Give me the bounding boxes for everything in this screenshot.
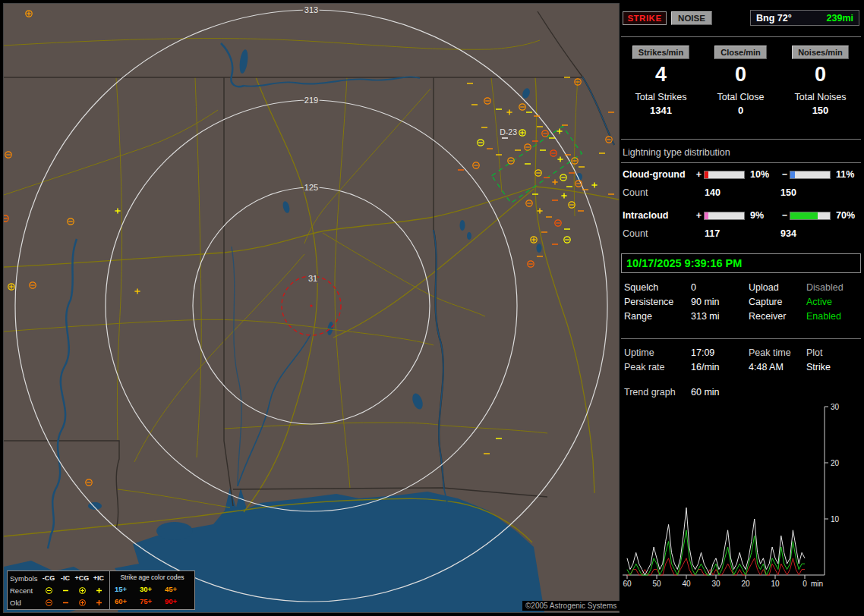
legend-age-codes: Strike age color codes 15+ 30+ 45+ 60+ 7… bbox=[109, 571, 194, 609]
ring-label-31: 31 bbox=[308, 274, 317, 283]
uptime-label: Uptime bbox=[624, 347, 691, 358]
age-code-60: 60+ bbox=[115, 597, 140, 605]
noises-per-min-chip: Noises/min bbox=[792, 46, 849, 59]
minus-sign: − bbox=[780, 169, 790, 180]
upload-label: Upload bbox=[749, 282, 806, 293]
svg-text:min: min bbox=[811, 580, 823, 588]
strikes-per-min-value: 4 bbox=[655, 63, 667, 86]
count-label: Count bbox=[623, 228, 694, 239]
peak-time-label: Peak time bbox=[749, 347, 806, 358]
legend-col-pos-ic: +IC bbox=[90, 574, 107, 582]
cg-positive-pct: 10% bbox=[746, 169, 780, 180]
persistence-value: 90 min bbox=[691, 297, 749, 307]
ic-positive-count: 117 bbox=[694, 228, 770, 239]
intracloud-label: Intracloud bbox=[623, 210, 694, 221]
ring-label-219: 219 bbox=[304, 96, 318, 105]
legend-col-neg-ic: -IC bbox=[57, 574, 74, 582]
range-value: 313 mi bbox=[691, 311, 749, 322]
bearing-readout: Bng 72° bbox=[756, 13, 792, 24]
legend-symbols-title: Symbols bbox=[10, 574, 40, 583]
count-label: Count bbox=[623, 187, 694, 198]
total-noises-value: 150 bbox=[812, 105, 829, 116]
svg-text:20: 20 bbox=[741, 580, 750, 588]
capture-label: Capture bbox=[749, 297, 806, 307]
cg-negative-pct: 11% bbox=[832, 169, 862, 180]
svg-text:50: 50 bbox=[652, 580, 661, 588]
distribution-title: Lightning type distribution bbox=[623, 147, 730, 158]
storm-cell-label: D-23 bbox=[500, 127, 517, 137]
cg-positive-bar bbox=[704, 171, 745, 179]
receiver-label: Receiver bbox=[749, 311, 806, 322]
datetime-display: 10/17/2025 9:39:16 PM bbox=[621, 253, 861, 273]
cg-negative-bar bbox=[790, 171, 831, 179]
age-code-90: 90+ bbox=[165, 597, 190, 605]
cloud-ground-count-row: Count 140 150 bbox=[623, 187, 859, 199]
close-per-min-value: 0 bbox=[735, 63, 746, 86]
plot-value: Strike bbox=[806, 362, 859, 372]
capture-value: Active bbox=[806, 297, 859, 307]
range-label: Range bbox=[624, 311, 691, 322]
age-code-15: 15+ bbox=[115, 585, 140, 593]
peak-rate-label: Peak rate bbox=[624, 362, 691, 372]
ic-positive-pct: 9% bbox=[746, 210, 780, 221]
plus-icon bbox=[90, 599, 107, 607]
plus-icon bbox=[90, 586, 107, 595]
cg-positive-count: 140 bbox=[694, 187, 770, 198]
cg-negative-count: 150 bbox=[770, 187, 846, 198]
strikes-per-min-chip: Strikes/min bbox=[632, 46, 689, 59]
legend-old-label: Old bbox=[10, 599, 40, 607]
divider bbox=[621, 338, 861, 339]
svg-text:30: 30 bbox=[711, 580, 721, 588]
close-rate-column: Close/min 0 Total Close 0 bbox=[701, 46, 780, 116]
cloud-ground-label: Cloud-ground bbox=[623, 169, 694, 180]
intracloud-row: Intracloud + 9% − 70% bbox=[623, 209, 859, 222]
distance-readout: 239mi bbox=[827, 13, 853, 24]
svg-text:10: 10 bbox=[831, 515, 840, 523]
divider bbox=[621, 162, 861, 163]
strikes-rate-column: Strikes/min 4 Total Strikes 1341 bbox=[621, 46, 701, 116]
receiver-status-grid: Squelch 0 Upload Disabled Persistence 90… bbox=[624, 282, 859, 322]
minus-sign: − bbox=[780, 210, 790, 221]
legend-col-neg-cg: -CG bbox=[40, 574, 57, 582]
total-noises-label: Total Noises bbox=[794, 92, 846, 102]
receiver-value: Enabled bbox=[806, 311, 859, 322]
noises-per-min-value: 0 bbox=[815, 63, 826, 86]
trend-series bbox=[627, 508, 805, 575]
sidebar: STRIKE NOISE Bng 72° 239mi Strikes/min 4… bbox=[621, 0, 861, 616]
legend-recent-label: Recent bbox=[10, 586, 40, 595]
receiver-location-marker bbox=[310, 304, 312, 306]
peak-time-value: 4:48 AM bbox=[749, 362, 806, 372]
squelch-value: 0 bbox=[691, 282, 749, 293]
trend-window-value: 60 min bbox=[691, 387, 859, 398]
svg-text:30: 30 bbox=[831, 403, 840, 411]
circle-plus-icon bbox=[74, 599, 90, 607]
trend-graph-header: Trend graph 60 min bbox=[624, 387, 859, 398]
cloud-ground-row: Cloud-ground + 10% − 11% bbox=[623, 168, 859, 181]
ic-negative-pct: 70% bbox=[832, 210, 862, 221]
ic-positive-bar bbox=[704, 212, 745, 220]
noises-rate-column: Noises/min 0 Total Noises 150 bbox=[780, 46, 860, 116]
age-codes-title: Strike age color codes bbox=[110, 572, 194, 583]
trend-graph-label: Trend graph bbox=[624, 387, 691, 398]
circle-minus-icon bbox=[40, 599, 57, 607]
plus-sign: + bbox=[694, 210, 704, 221]
noise-toggle-button[interactable]: NOISE bbox=[671, 11, 712, 25]
strike-toggle-button[interactable]: STRIKE bbox=[623, 11, 667, 25]
map-svg[interactable]: 313 219 125 31 D-23 bbox=[4, 4, 619, 612]
ring-label-313: 313 bbox=[304, 5, 318, 14]
total-close-value: 0 bbox=[738, 105, 743, 116]
ic-negative-count: 934 bbox=[770, 228, 846, 239]
map-legend: Symbols -CG -IC +CG +IC Recent Old bbox=[7, 570, 195, 610]
total-close-label: Total Close bbox=[717, 92, 765, 102]
svg-text:60: 60 bbox=[623, 580, 632, 588]
total-strikes-label: Total Strikes bbox=[635, 92, 686, 102]
total-strikes-value: 1341 bbox=[650, 105, 672, 116]
ring-label-125: 125 bbox=[304, 183, 318, 192]
upload-value: Disabled bbox=[806, 282, 859, 293]
divider bbox=[621, 36, 861, 37]
legend-symbols-table: Symbols -CG -IC +CG +IC Recent Old bbox=[8, 571, 109, 609]
intracloud-count-row: Count 117 934 bbox=[623, 228, 859, 240]
minus-icon bbox=[57, 599, 74, 607]
svg-text:40: 40 bbox=[682, 580, 691, 588]
plus-sign: + bbox=[694, 169, 704, 180]
